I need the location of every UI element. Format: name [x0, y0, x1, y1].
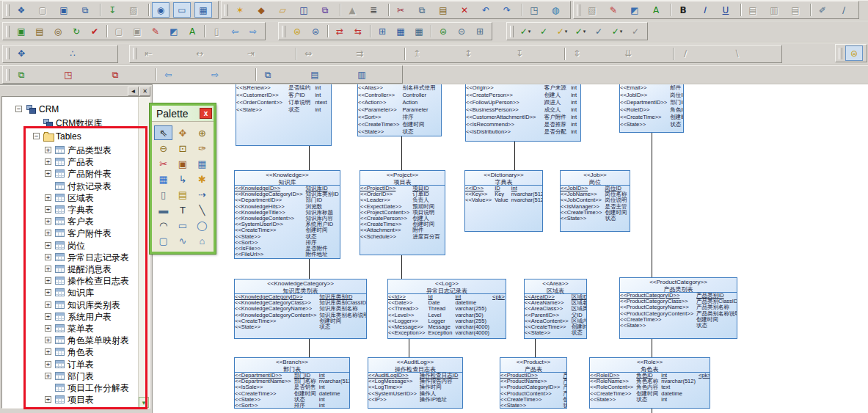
tree-item-19[interactable]: +角色菜单映射表: [2, 335, 138, 346]
toolbar-grip[interactable]: [282, 26, 285, 37]
save-button[interactable]: ◫: [295, 2, 313, 18]
distribute-vertically-button[interactable]: ⇊: [619, 46, 637, 62]
underline-button[interactable]: U: [717, 2, 734, 18]
apply-format-button[interactable]: ∕: [835, 2, 853, 18]
align-left-edges-button[interactable]: ⇤: [139, 46, 157, 62]
align-text-right-button[interactable]: ▤: [787, 2, 804, 18]
expand-icon[interactable]: +: [45, 242, 51, 249]
pointer-tool[interactable]: ⇖: [154, 125, 172, 140]
check-model-options-button[interactable]: ✓▾: [517, 23, 534, 39]
find-in-browser-button[interactable]: ◎: [49, 23, 67, 39]
tree-item-2[interactable]: −Tables: [2, 131, 138, 142]
expand-icon[interactable]: +: [45, 373, 51, 379]
result-list-toggle-button[interactable]: ▦: [194, 2, 212, 18]
knowledge-table[interactable]: <<Knowledge>>知识库<<KnowledgeID>>知识库IDint<…: [234, 170, 340, 259]
expand-icon[interactable]: +: [45, 313, 51, 320]
expand-icon[interactable]: +: [45, 337, 51, 343]
distribute-horizontally-button[interactable]: ⇉: [351, 46, 368, 62]
toolbar-grip[interactable]: [133, 48, 136, 59]
rearrange-symbols-button[interactable]: ∴: [64, 46, 81, 62]
text-color-button[interactable]: A: [647, 2, 665, 18]
shape-format-button[interactable]: ▢: [110, 23, 128, 39]
collapse-icon[interactable]: −: [33, 133, 40, 139]
ellipse-tool[interactable]: ◯: [193, 218, 211, 233]
align-right-edges-button[interactable]: ⇥: [242, 46, 260, 62]
tree-item-24[interactable]: +项目表: [2, 394, 138, 406]
palette-close-button[interactable]: x: [200, 108, 212, 119]
tree-item-15[interactable]: +知识库: [2, 287, 138, 299]
product-category-table[interactable]: <<ProductCategory>>产品类别表<<ProductCategor…: [619, 277, 737, 339]
cut-tool[interactable]: ✂: [154, 156, 172, 171]
find-objects-button[interactable]: ◳: [525, 2, 543, 18]
toolbar-grip[interactable]: [6, 48, 10, 59]
fill-style-button[interactable]: ◩: [165, 23, 183, 39]
zoom-out-tool[interactable]: ⊖: [154, 141, 172, 156]
text-tool[interactable]: T: [173, 202, 192, 217]
get-format-button[interactable]: ✐: [814, 2, 831, 18]
toolbar-grip[interactable]: [6, 4, 10, 16]
palette-window[interactable]: Palette x ⇖✥⊕⊖⊡✑✂▣▦▦↳✱▯▤⇢▬T╲◠▭◯▢∿⌂: [150, 103, 216, 254]
tree-item-0[interactable]: −CRM: [2, 103, 138, 115]
tile-horizontally-button[interactable]: ▤: [306, 67, 324, 82]
zoom-in-tool[interactable]: ⊕: [193, 125, 211, 140]
new-physical-data-model-button[interactable]: ⊜: [845, 45, 863, 61]
tree-item-17[interactable]: +系统用户表: [2, 311, 138, 323]
check-errors-button[interactable]: ✓▾: [553, 23, 571, 39]
save-all-button[interactable]: ⧉: [316, 2, 334, 18]
properties-tool[interactable]: ✑: [193, 141, 211, 156]
check-stop-button[interactable]: ✓: [627, 23, 644, 39]
disconnect-database-button[interactable]: ⊝: [453, 23, 470, 39]
area-table[interactable]: <<Area>>区域表<<AreaID>>区域ID<<AreaName>>区域名…: [524, 279, 587, 339]
apply-changes-to-database-button[interactable]: ⇄: [331, 23, 349, 39]
tree-item-5[interactable]: +产品附件表: [2, 168, 138, 180]
rectangle-tool[interactable]: ▭: [173, 218, 192, 233]
collapse-icon[interactable]: −: [15, 106, 22, 112]
generate-database-button[interactable]: ⊜: [288, 23, 306, 39]
cascade-windows-button[interactable]: ⧉: [12, 67, 30, 82]
make-same-width-button[interactable]: ⇔: [299, 46, 317, 62]
tree-item-12[interactable]: +异常日志记录表: [2, 252, 138, 263]
tree-item-18[interactable]: +菜单表: [2, 323, 138, 335]
align-vertical-middles-button[interactable]: ↕: [459, 46, 477, 62]
update-model-from-database-button[interactable]: ⇆: [349, 23, 367, 39]
previous-window-button[interactable]: ⇦: [159, 67, 177, 82]
expand-icon[interactable]: +: [45, 218, 51, 224]
expand-icon[interactable]: +: [45, 361, 51, 368]
recheck-button[interactable]: ✓: [590, 23, 608, 39]
paste-as-shortcut-button[interactable]: ▤: [31, 23, 48, 39]
package-tool[interactable]: ▣: [173, 156, 192, 171]
delete-button[interactable]: ✕: [456, 2, 473, 18]
tree-item-6[interactable]: 付款记录表: [2, 180, 138, 192]
new-package-button[interactable]: ▣: [12, 23, 30, 39]
expand-icon[interactable]: +: [45, 147, 51, 153]
polygon-tool[interactable]: ⌂: [193, 233, 211, 248]
toolbar-grip[interactable]: [577, 4, 580, 16]
tree-item-22[interactable]: +部门表: [2, 370, 138, 382]
tile-windows-button[interactable]: ⧉: [259, 67, 277, 82]
align-text-center-button[interactable]: ▥: [765, 2, 783, 18]
align-horizontal-centers-button[interactable]: ↔: [191, 46, 208, 62]
diagram-window-button[interactable]: ❖: [12, 2, 30, 18]
menu-table[interactable]: <<Alias>>别名样式使用<<Controller>>Controller<…: [357, 84, 442, 136]
file-tool[interactable]: ▯: [154, 187, 172, 202]
connect-database-button[interactable]: ⊜: [434, 23, 452, 39]
reference-tool[interactable]: ↳: [173, 172, 192, 186]
tree-item-11[interactable]: +岗位: [2, 240, 138, 252]
object-browser-tree[interactable]: −CRMCRM数据库−Tables+产品类型表+产品表+产品附件表付款记录表+区…: [1, 96, 150, 409]
customer-table[interactable]: <<Origin>>客户来源int<<CreatePerson>>创建人int<…: [465, 84, 581, 142]
merge-model-button[interactable]: ▨: [125, 2, 142, 18]
expand-icon[interactable]: +: [45, 348, 51, 355]
auto-layout-button[interactable]: ✥: [12, 46, 30, 62]
product-table[interactable]: <<Product>>产品表<<ProductID>>产品ID<<Product…: [500, 357, 567, 409]
diagram-list-button[interactable]: ⧉: [76, 2, 94, 18]
next-window-button[interactable]: ⇨: [206, 67, 224, 82]
output-toggle-button[interactable]: ▭: [173, 2, 191, 18]
toolbar-grip[interactable]: [510, 26, 514, 37]
redo-button[interactable]: ↷: [498, 2, 516, 18]
view-tool[interactable]: ▦: [154, 172, 172, 186]
column-list-button[interactable]: ▦: [410, 23, 428, 39]
tree-item-4[interactable]: +产品表: [2, 156, 138, 168]
open-package-button[interactable]: ◆: [252, 2, 270, 18]
tree-item-23[interactable]: 项目工作分解表: [2, 382, 138, 394]
toolbar-grip[interactable]: [225, 4, 228, 16]
